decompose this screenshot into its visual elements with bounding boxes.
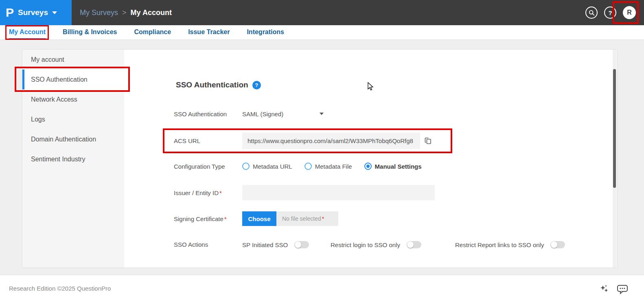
- sidebar-item-network-access[interactable]: Network Access: [22, 89, 124, 109]
- row-signing-certificate: Signing Certificate* Choose No file sele…: [174, 211, 611, 226]
- toggle-label: Restrict login to SSO only: [331, 241, 400, 248]
- no-file-selected-box: No file selected*: [276, 211, 338, 226]
- sidebar-item-logs[interactable]: Logs: [22, 109, 124, 129]
- row-issuer-entity-id: Issuer / Entity ID*: [174, 185, 611, 200]
- sidebar-item-domain-authentication[interactable]: Domain Authentication: [22, 129, 124, 149]
- chevron-down-icon: [320, 113, 324, 115]
- sparkle-glyph: [599, 284, 610, 293]
- panel-title-row: SSO Authentication ?: [176, 80, 261, 90]
- breadcrumb-my-account: My Account: [131, 9, 172, 17]
- row-sso-type: SSO Authentication SAML (Signed): [174, 109, 611, 119]
- restrict-report-links-sso-toggle[interactable]: [550, 241, 565, 248]
- radio-circle-icon: [364, 163, 372, 170]
- row-acs-url: ACS URL: [174, 133, 611, 149]
- radio-label: Manual Settings: [375, 163, 422, 170]
- chat-bubble-glyph: [616, 284, 629, 294]
- magnifier-glyph: [589, 10, 595, 16]
- page: P Surveys My Surveys > My Account ? R My…: [0, 0, 644, 302]
- questionpro-logo: P: [6, 7, 14, 19]
- avatar[interactable]: R: [623, 6, 636, 19]
- radio-metadata-file[interactable]: Metadata File: [304, 163, 352, 170]
- row-configuration-type: Configuration Type Metadata URL Metadata…: [174, 162, 611, 171]
- settings-card: My account SSO Authentication Network Ac…: [22, 50, 617, 267]
- signing-certificate-label-text: Signing Certificate: [174, 215, 223, 222]
- breadcrumb: My Surveys > My Account: [80, 9, 172, 17]
- required-asterisk: *: [219, 189, 222, 196]
- settings-sidebar: My account SSO Authentication Network Ac…: [22, 50, 124, 267]
- feedback-chat-icon[interactable]: [616, 284, 629, 296]
- no-file-selected-text: No file selected: [282, 215, 321, 222]
- scrollbar-track[interactable]: [613, 50, 616, 267]
- sso-type-dropdown[interactable]: SAML (Signed): [242, 111, 324, 117]
- ai-sparkle-icon[interactable]: [599, 284, 610, 295]
- search-icon[interactable]: [585, 7, 598, 19]
- required-asterisk: *: [322, 215, 324, 222]
- radio-circle-icon: [304, 163, 312, 170]
- top-bar: P Surveys My Surveys > My Account ? R: [0, 0, 644, 25]
- acs-url-label: ACS URL: [174, 137, 242, 144]
- action-sp-initiated-sso: SP Initiated SSO: [242, 239, 309, 250]
- breadcrumb-my-surveys[interactable]: My Surveys: [80, 9, 118, 17]
- sso-type-label: SSO Authentication: [174, 111, 242, 117]
- sidebar-item-sentiment-industry[interactable]: Sentiment Industry: [22, 149, 124, 169]
- action-restrict-report-links: Restrict Report links to SSO only: [455, 239, 565, 250]
- tab-my-account[interactable]: My Account: [9, 25, 46, 39]
- tab-compliance[interactable]: Compliance: [134, 25, 171, 39]
- product-switcher[interactable]: P Surveys: [0, 0, 72, 25]
- sso-actions-label: SSO Actions: [174, 241, 242, 248]
- issuer-entity-id-input[interactable]: [242, 185, 435, 200]
- radio-label: Metadata URL: [253, 163, 292, 170]
- issuer-label-text: Issuer / Entity ID: [174, 189, 219, 196]
- section-tabs: My Account Billing & Invoices Compliance…: [0, 25, 644, 40]
- sidebar-item-sso-authentication[interactable]: SSO Authentication: [22, 70, 124, 89]
- issuer-label: Issuer / Entity ID*: [174, 189, 242, 196]
- toggle-label: SP Initiated SSO: [242, 241, 288, 248]
- radio-manual-settings[interactable]: Manual Settings: [364, 163, 422, 170]
- title-help-icon[interactable]: ?: [252, 81, 261, 89]
- product-name: Surveys: [18, 8, 48, 17]
- sp-initiated-sso-toggle[interactable]: [294, 241, 309, 248]
- tab-issue-tracker[interactable]: Issue Tracker: [188, 25, 230, 39]
- radio-label: Metadata File: [315, 163, 352, 170]
- breadcrumb-separator: >: [122, 9, 127, 17]
- radio-circle-icon: [242, 163, 250, 170]
- topbar-icons: ? R: [585, 6, 644, 19]
- radio-metadata-url[interactable]: Metadata URL: [242, 163, 292, 170]
- sso-type-value: SAML (Signed): [242, 111, 283, 117]
- scrollbar-thumb[interactable]: [613, 69, 616, 188]
- toggle-label: Restrict Report links to SSO only: [455, 241, 544, 248]
- copy-glyph: [424, 137, 432, 145]
- restrict-login-sso-toggle[interactable]: [407, 241, 421, 248]
- footer-edition-text: Research Edition ©2025 QuestionPro: [9, 285, 111, 292]
- tab-integrations[interactable]: Integrations: [247, 25, 284, 39]
- copy-icon[interactable]: [424, 137, 432, 145]
- sidebar-item-my-account[interactable]: My account: [22, 50, 124, 70]
- acs-url-input[interactable]: [242, 133, 420, 149]
- help-icon[interactable]: ?: [604, 7, 616, 19]
- footer: Research Edition ©2025 QuestionPro: [0, 275, 644, 302]
- page-title: SSO Authentication: [176, 80, 248, 89]
- row-sso-actions: SSO Actions SP Initiated SSO Restrict lo…: [174, 239, 611, 250]
- required-asterisk: *: [224, 215, 227, 222]
- choose-file-button[interactable]: Choose: [242, 211, 276, 226]
- tab-billing-invoices[interactable]: Billing & Invoices: [63, 25, 117, 39]
- action-restrict-login: Restrict login to SSO only: [331, 239, 421, 250]
- signing-certificate-label: Signing Certificate*: [174, 215, 242, 222]
- chevron-down-icon: [52, 11, 57, 14]
- configuration-type-label: Configuration Type: [174, 163, 242, 170]
